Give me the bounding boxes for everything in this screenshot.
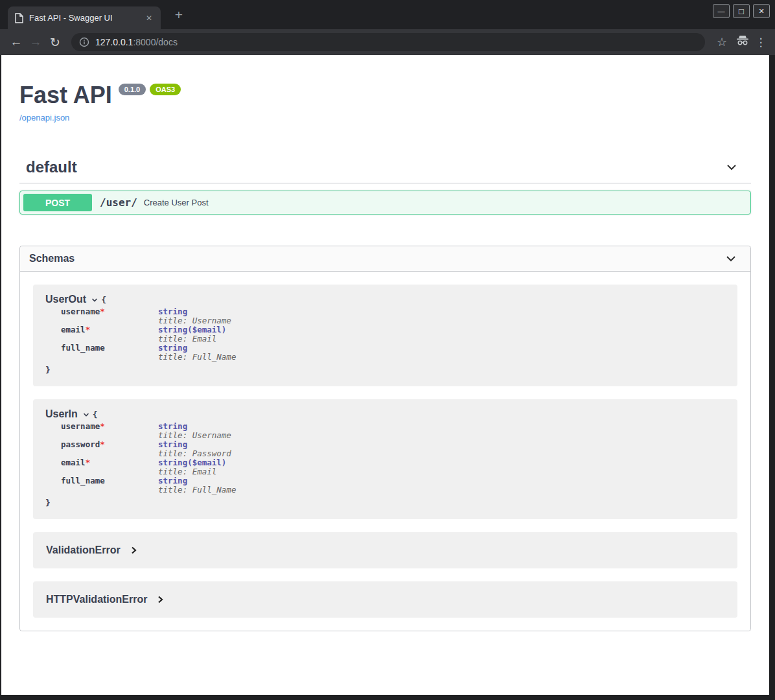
model-name: HTTPValidationError — [46, 594, 147, 605]
url-host: 127.0.0.1 — [95, 37, 133, 47]
tag-header[interactable]: default — [19, 158, 751, 183]
property-type: string — [158, 422, 236, 431]
forward-icon[interactable]: → — [26, 35, 45, 49]
model-properties: username* string title: Username passwor… — [61, 422, 236, 495]
property-type: string($email) — [158, 458, 236, 467]
incognito-icon — [732, 35, 753, 49]
model-toggle[interactable]: UserIn { — [45, 408, 724, 420]
opblock-post-user[interactable]: POST /user/ Create User Post — [19, 191, 751, 215]
endpoint-summary: Create User Post — [144, 198, 209, 207]
property-name: full_name — [61, 343, 105, 353]
property-row: full_name string title: Full_Name — [61, 344, 236, 362]
tag-name: default — [26, 158, 77, 176]
api-info: Fast API0.1.0OAS3 /openapi.json — [19, 55, 751, 123]
reload-icon[interactable]: ↻ — [45, 35, 65, 50]
minimize-button[interactable]: — — [713, 4, 730, 18]
model-toggle[interactable]: UserOut { — [45, 294, 724, 305]
property-title: title: Full_Name — [158, 485, 236, 495]
model-name: ValidationError — [46, 544, 121, 556]
property-title: title: Full_Name — [158, 353, 236, 362]
property-name: email — [61, 458, 86, 467]
property-name: password — [61, 439, 100, 449]
property-row: username* string title: Username — [61, 422, 236, 440]
url-text[interactable]: 127.0.0.1:8000/docs — [95, 37, 178, 47]
property-title: title: Email — [158, 334, 236, 344]
chevron-down-icon[interactable] — [724, 252, 737, 265]
tag-section-default: default POST /user/ Create User Post — [19, 158, 751, 215]
required-star: * — [86, 325, 91, 334]
model-properties: username* string title: Username email* … — [61, 307, 236, 362]
close-button[interactable]: ✕ — [753, 4, 770, 18]
browser-tab[interactable]: Fast API - Swagger UI ✕ — [8, 6, 161, 29]
schemas-body: UserOut { username* string title: Userna… — [20, 272, 750, 631]
schema-model-validationerror[interactable]: ValidationError — [33, 532, 737, 568]
url-path: :8000/docs — [133, 37, 178, 47]
post-method-badge[interactable]: POST — [23, 194, 92, 211]
schemas-title: Schemas — [29, 253, 75, 264]
tab-title: Fast API - Swagger UI — [29, 13, 144, 23]
schema-model-userout: UserOut { username* string title: Userna… — [33, 285, 737, 386]
property-name: full_name — [61, 476, 105, 485]
model-name: UserOut — [45, 294, 86, 305]
chevron-down-icon[interactable] — [725, 161, 738, 174]
required-star: * — [100, 307, 105, 316]
openapi-json-link[interactable]: /openapi.json — [19, 113, 69, 122]
page-favicon-icon — [14, 13, 23, 23]
close-brace: } — [45, 498, 724, 508]
chevron-right-icon[interactable] — [156, 595, 164, 604]
property-title: title: Username — [158, 316, 236, 325]
property-row: full_name string title: Full_Name — [61, 476, 236, 495]
chevron-down-icon[interactable] — [82, 411, 90, 419]
property-name: username — [61, 421, 100, 431]
chevron-right-icon[interactable] — [130, 546, 137, 555]
browser-toolbar: ← → ↻ 127.0.0.1:8000/docs ☆ ⋮ — [0, 29, 775, 55]
property-name: username — [61, 307, 100, 316]
maximize-button[interactable]: □ — [733, 4, 750, 18]
swagger-page: Fast API0.1.0OAS3 /openapi.json default … — [1, 55, 769, 695]
oas3-badge: OAS3 — [150, 84, 181, 95]
property-type: string — [158, 440, 236, 449]
open-brace: { — [101, 295, 106, 305]
property-name: email — [61, 325, 86, 334]
schema-model-userin: UserIn { username* string title: Usernam… — [33, 399, 737, 519]
required-star: * — [100, 439, 105, 449]
required-star: * — [100, 421, 105, 431]
address-bar[interactable]: 127.0.0.1:8000/docs — [71, 33, 705, 51]
property-type: string($email) — [158, 325, 236, 334]
property-type: string — [158, 344, 236, 353]
property-row: username* string title: Username — [61, 307, 236, 325]
schemas-section: Schemas UserOut { — [19, 246, 751, 631]
property-row: email* string($email) title: Email — [61, 325, 236, 344]
property-type: string — [158, 307, 236, 316]
schema-model-httpvalidationerror[interactable]: HTTPValidationError — [33, 581, 737, 618]
property-row: email* string($email) title: Email — [61, 458, 236, 476]
required-star: * — [86, 458, 91, 467]
tab-close-icon[interactable]: ✕ — [144, 14, 154, 23]
model-name: UserIn — [45, 408, 78, 420]
api-title: Fast API — [19, 82, 112, 108]
open-brace: { — [93, 410, 98, 419]
close-brace: } — [45, 365, 724, 375]
chevron-down-icon[interactable] — [91, 296, 98, 304]
endpoint-path: /user/ — [100, 196, 137, 209]
property-type: string — [158, 476, 236, 485]
version-badge: 0.1.0 — [119, 84, 146, 95]
property-row: password* string title: Password — [61, 440, 236, 458]
window-controls: — □ ✕ — [713, 4, 770, 18]
property-title: title: Password — [158, 449, 236, 458]
schemas-header[interactable]: Schemas — [20, 246, 750, 272]
browser-titlebar: Fast API - Swagger UI ✕ + — □ ✕ — [0, 0, 775, 29]
bookmark-star-icon[interactable]: ☆ — [711, 35, 732, 49]
browser-menu-icon[interactable]: ⋮ — [753, 36, 769, 49]
new-tab-button[interactable]: + — [170, 8, 188, 23]
property-title: title: Username — [158, 431, 236, 440]
site-info-icon[interactable] — [79, 37, 89, 47]
property-title: title: Email — [158, 467, 236, 476]
back-icon[interactable]: ← — [6, 35, 26, 49]
